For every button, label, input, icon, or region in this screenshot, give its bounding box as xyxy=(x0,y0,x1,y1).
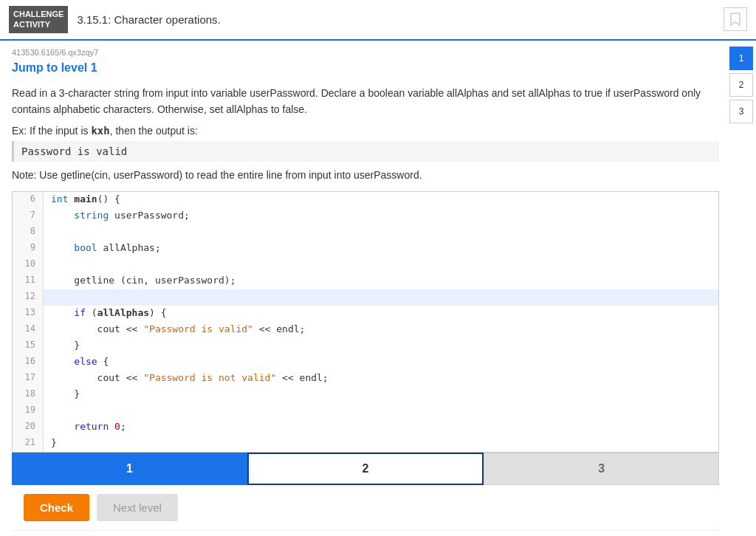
line-code-8 xyxy=(44,224,64,241)
line-num-18: 18 xyxy=(13,387,44,403)
sidebar-level-3-label: 3 xyxy=(739,106,744,117)
line-num-15: 15 xyxy=(13,338,44,354)
header: CHALLENGEACTIVITY 3.15.1: Character oper… xyxy=(0,0,756,41)
main-layout: 413530.6165/6.qx3zqy7 Jump to level 1 Re… xyxy=(0,41,756,536)
next-level-button: Next level xyxy=(97,494,178,521)
sidebar-level-3[interactable]: 3 xyxy=(729,100,753,123)
line-num-6: 6 xyxy=(13,192,44,208)
tab-label-1: 1 xyxy=(126,462,133,475)
example-suffix: , then the output is: xyxy=(110,125,198,137)
line-code-9: bool allAlphas; xyxy=(44,241,168,257)
challenge-label: CHALLENGEACTIVITY xyxy=(9,6,68,33)
code-line-18: 18 } xyxy=(13,387,718,403)
line-code-20: return 0; xyxy=(44,419,134,436)
code-line-17: 17 cout << "Password is not valid" << en… xyxy=(13,371,718,387)
example-input: kxh xyxy=(91,125,109,137)
sidebar-level-2[interactable]: 2 xyxy=(729,73,753,97)
sidebar-level-1[interactable]: 1 xyxy=(729,47,753,70)
bookmark-icon[interactable] xyxy=(724,7,747,31)
example-text: Ex: If the input is xyxy=(12,125,91,137)
activity-description: Read in a 3-character string from input … xyxy=(12,85,719,118)
code-line-16: 16 else { xyxy=(13,354,718,371)
line-num-21: 21 xyxy=(13,436,44,452)
code-line-19: 19 xyxy=(13,403,718,419)
example-output: Password is valid xyxy=(12,141,719,162)
code-line-21: 21 } xyxy=(13,436,718,452)
line-code-13: if (allAlphas) { xyxy=(44,306,174,322)
tab-level-3[interactable]: 3 xyxy=(484,453,719,485)
line-code-7: string userPassword; xyxy=(44,208,197,224)
line-code-6: int main() { xyxy=(44,192,128,208)
code-line-14: 14 cout << "Password is valid" << endl; xyxy=(13,322,718,338)
code-line-20: 20 return 0; xyxy=(13,419,718,436)
code-line-9: 9 bool allAlphas; xyxy=(13,241,718,257)
main-content: 413530.6165/6.qx3zqy7 Jump to level 1 Re… xyxy=(0,41,756,536)
line-code-11: getline (cin, userPassword); xyxy=(44,273,243,289)
line-num-7: 7 xyxy=(13,208,44,224)
code-editor[interactable]: 6 int main() { 7 string userPassword; 8 … xyxy=(12,191,719,453)
line-code-10 xyxy=(44,257,64,273)
line-code-14: cout << "Password is valid" << endl; xyxy=(44,322,312,338)
line-num-17: 17 xyxy=(13,371,44,387)
tab-level-2[interactable]: 2 xyxy=(247,453,484,485)
line-code-19 xyxy=(44,403,64,419)
header-title: 3.15.1: Character operations. xyxy=(77,13,724,26)
line-code-15: } xyxy=(44,338,87,354)
code-line-15: 15 } xyxy=(13,338,718,354)
code-line-12[interactable]: 12 xyxy=(13,289,718,306)
line-num-8: 8 xyxy=(13,224,44,241)
tab-label-2: 2 xyxy=(362,462,369,475)
code-line-11: 11 getline (cin, userPassword); xyxy=(13,273,718,289)
code-line-6: 6 int main() { xyxy=(13,192,718,208)
tab-label-3: 3 xyxy=(598,462,605,475)
activity-note: Note: Use getline(cin, userPassword) to … xyxy=(12,169,719,181)
line-num-10: 10 xyxy=(13,257,44,273)
activity-id: 413530.6165/6.qx3zqy7 xyxy=(12,48,719,57)
line-code-17: cout << "Password is not valid" << endl; xyxy=(44,371,336,387)
line-num-14: 14 xyxy=(13,322,44,338)
line-num-11: 11 xyxy=(13,273,44,289)
line-code-21: } xyxy=(44,436,64,452)
line-code-16: else { xyxy=(44,354,116,371)
example-line: Ex: If the input is kxh, then the output… xyxy=(12,125,719,137)
tab-level-1[interactable]: 1 xyxy=(12,453,247,485)
line-num-16: 16 xyxy=(13,354,44,371)
sidebar-level-1-label: 1 xyxy=(739,53,744,63)
line-num-19: 19 xyxy=(13,403,44,419)
jump-to-level-title: Jump to level 1 xyxy=(12,61,719,75)
code-line-7: 7 string userPassword; xyxy=(13,208,718,224)
check-button[interactable]: Check xyxy=(24,494,89,521)
level-tabs: 1 2 3 xyxy=(12,453,719,485)
line-num-9: 9 xyxy=(13,241,44,257)
sidebar-nav: 1 2 3 xyxy=(726,41,756,123)
bottom-note: To check if userPassword only contains a… xyxy=(12,530,719,536)
line-code-18: } xyxy=(44,387,87,403)
line-num-13: 13 xyxy=(13,306,44,322)
action-bar: Check Next level xyxy=(12,485,719,530)
line-code-12 xyxy=(44,289,64,306)
line-num-12: 12 xyxy=(13,289,44,306)
code-line-13: 13 if (allAlphas) { xyxy=(13,306,718,322)
code-line-8: 8 xyxy=(13,224,718,241)
code-line-10: 10 xyxy=(13,257,718,273)
sidebar-level-2-label: 2 xyxy=(739,80,744,90)
line-num-20: 20 xyxy=(13,419,44,436)
